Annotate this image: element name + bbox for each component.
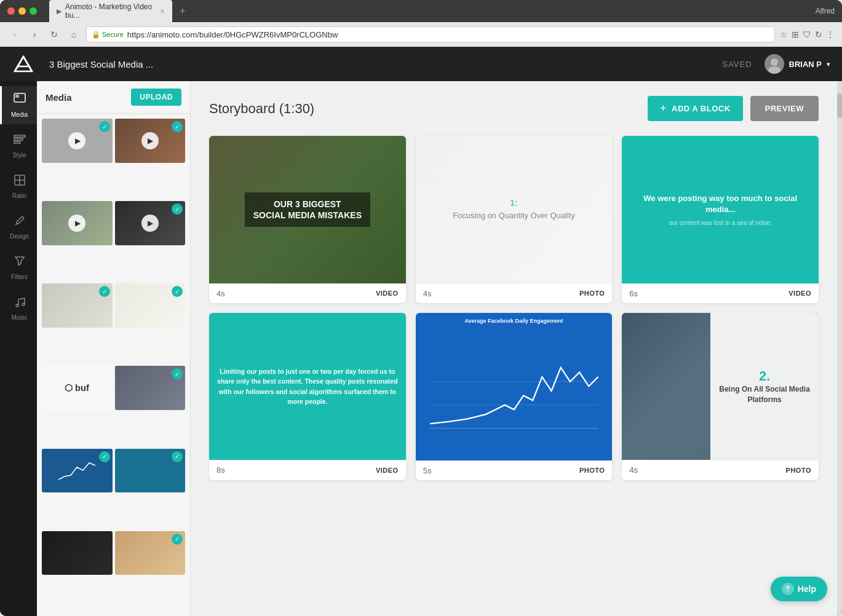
thumb-check-4: ✓ (172, 203, 183, 215)
shield-button[interactable]: 🛡 (803, 30, 811, 39)
story-block-4[interactable]: Limiting our posts to just one or two pe… (209, 313, 406, 480)
preview-button[interactable]: PREVIEW (750, 96, 819, 121)
sidebar-item-music[interactable]: Music (0, 289, 37, 327)
sidebar-item-design[interactable]: Design (0, 208, 37, 246)
sync-button[interactable]: ↻ (815, 30, 822, 39)
media-thumb-10[interactable]: ✓ (115, 449, 186, 493)
upload-button[interactable]: UPLOAD (131, 89, 181, 106)
maximize-button[interactable] (30, 7, 37, 15)
sidebar-item-ratio[interactable]: Ratio (0, 167, 37, 205)
story-info-4: 8s VIDEO (209, 460, 406, 480)
browser-titlebar: ▶ Animoto - Marketing Video bu... ✕ + Al… (0, 0, 842, 22)
media-panel-header: Media UPLOAD (37, 81, 190, 114)
story-thumb-2: 1: Focusing on Quantity Over Quality (416, 136, 613, 283)
add-block-button[interactable]: + ADD A BLOCK (648, 96, 743, 121)
svg-rect-9 (14, 138, 23, 140)
play-icon-2: ▶ (148, 136, 153, 145)
app-title: 3 Biggest Social Media ... (49, 59, 722, 69)
media-icon (13, 92, 26, 109)
icon-nav: Media Style Ratio Design (0, 81, 37, 616)
secure-badge: 🔒 Secure (92, 31, 124, 39)
story-info-1: 4s VIDEO (209, 283, 406, 303)
sidebar-item-media[interactable]: Media (0, 86, 37, 124)
buffer-logo-icon: ⬡ buffer (65, 381, 89, 395)
story-block-3[interactable]: We were posting way too much to social m… (622, 136, 819, 303)
media-thumb-8[interactable]: ✓ (115, 366, 186, 410)
refresh-button[interactable]: ↻ (47, 27, 62, 42)
scrollbar-thumb[interactable] (837, 93, 842, 118)
url-text: https://animoto.com/builder/0HGcPWZR6IvM… (127, 30, 769, 39)
block2-type: PHOTO (579, 290, 605, 297)
story-block-1[interactable]: Our 3 BiggestSocial Media Mistakes 4s VI… (209, 136, 406, 303)
back-button[interactable]: ‹ (7, 27, 22, 42)
url-actions: ☆ ⊞ 🛡 ↻ ⋮ (780, 30, 835, 39)
minimize-button[interactable] (18, 7, 26, 15)
story-info-3: 6s VIDEO (622, 283, 819, 303)
block6-number: 2. (759, 368, 770, 384)
more-button[interactable]: ⋮ (826, 30, 835, 39)
media-panel: Media UPLOAD ▶ ✓ ▶ ✓ ▶ ▶ ✓ (37, 81, 191, 616)
help-button[interactable]: ? Help (771, 577, 827, 601)
traffic-lights (7, 7, 37, 15)
sidebar-item-style[interactable]: Style (0, 127, 37, 165)
style-label: Style (12, 152, 26, 159)
chart-icon (55, 458, 98, 483)
block3-subtext: our content was lost in a sea of noise. (669, 219, 771, 226)
help-label: Help (798, 584, 816, 594)
ratio-label: Ratio (12, 192, 26, 199)
sidebar-item-filters[interactable]: Filters (0, 248, 37, 286)
svg-line-1 (15, 57, 23, 71)
tab-bar: ▶ Animoto - Marketing Video bu... ✕ + (49, 0, 811, 22)
media-thumb-2[interactable]: ▶ ✓ (115, 119, 186, 163)
svg-marker-0 (15, 57, 32, 71)
design-label: Design (10, 233, 29, 240)
music-label: Music (11, 314, 27, 321)
active-tab[interactable]: ▶ Animoto - Marketing Video bu... ✕ (49, 0, 172, 22)
svg-rect-7 (15, 95, 19, 98)
story-block-2[interactable]: 1: Focusing on Quantity Over Quality 4s … (416, 136, 613, 303)
close-button[interactable] (7, 7, 15, 15)
app-logo (12, 53, 34, 75)
block3-text: We were posting way too much to social m… (630, 193, 810, 215)
media-grid: ▶ ✓ ▶ ✓ ▶ ▶ ✓ ✓ (37, 114, 190, 616)
tab-close-button[interactable]: ✕ (160, 8, 165, 15)
media-thumb-4[interactable]: ▶ ✓ (115, 201, 186, 245)
media-thumb-9[interactable]: ✓ (42, 449, 113, 493)
media-thumb-12[interactable]: ✓ (115, 531, 186, 575)
user-menu-chevron: ▾ (827, 61, 830, 68)
media-label: Media (11, 111, 28, 118)
scrollbar[interactable] (837, 81, 842, 616)
play-overlay-1: ▶ (68, 132, 85, 149)
user-menu[interactable]: BRIAN P ▾ (765, 54, 830, 74)
media-thumb-5[interactable]: ✓ (42, 283, 113, 328)
layers-button[interactable]: ⊞ (792, 30, 799, 39)
thumb-check-9: ✓ (99, 451, 110, 462)
thumb-check-12: ✓ (172, 534, 183, 545)
address-bar: ‹ › ↻ ⌂ 🔒 Secure https://animoto.com/bui… (0, 22, 842, 47)
new-tab-button[interactable]: + (175, 4, 190, 18)
storyboard-actions: + ADD A BLOCK PREVIEW (648, 96, 819, 121)
media-thumb-6[interactable]: ✓ (115, 283, 186, 328)
story-row-1: Our 3 BiggestSocial Media Mistakes 4s VI… (209, 136, 819, 303)
play-icon-1: ▶ (75, 136, 81, 145)
style-icon (13, 133, 26, 149)
browser-frame: ▶ Animoto - Marketing Video bu... ✕ + Al… (0, 0, 842, 616)
story-info-5: 5s PHOTO (416, 460, 613, 480)
forward-button[interactable]: › (27, 27, 42, 42)
thumb-check-10: ✓ (172, 451, 183, 462)
story-thumb-3: We were posting way too much to social m… (622, 136, 819, 283)
block4-text: Limiting our posts to just one or two pe… (216, 366, 399, 406)
media-thumb-7[interactable]: ⬡ buffer (42, 366, 113, 410)
svg-line-2 (23, 57, 32, 71)
media-thumb-3[interactable]: ▶ (42, 201, 113, 245)
story-block-5[interactable]: Average Facebook Daily Engagement 5s PHO… (416, 313, 613, 480)
media-thumb-1[interactable]: ▶ ✓ (42, 119, 113, 163)
url-bar[interactable]: 🔒 Secure https://animoto.com/builder/0HG… (86, 26, 775, 42)
story-block-6[interactable]: 2. Being On All Social Media Platforms 4… (622, 313, 819, 480)
media-thumb-11[interactable] (42, 531, 113, 575)
bookmark-button[interactable]: ☆ (780, 30, 788, 39)
tab-favicon: ▶ (57, 7, 62, 15)
play-overlay-4: ▶ (141, 215, 159, 232)
design-icon (13, 214, 26, 231)
home-button[interactable]: ⌂ (66, 27, 81, 42)
